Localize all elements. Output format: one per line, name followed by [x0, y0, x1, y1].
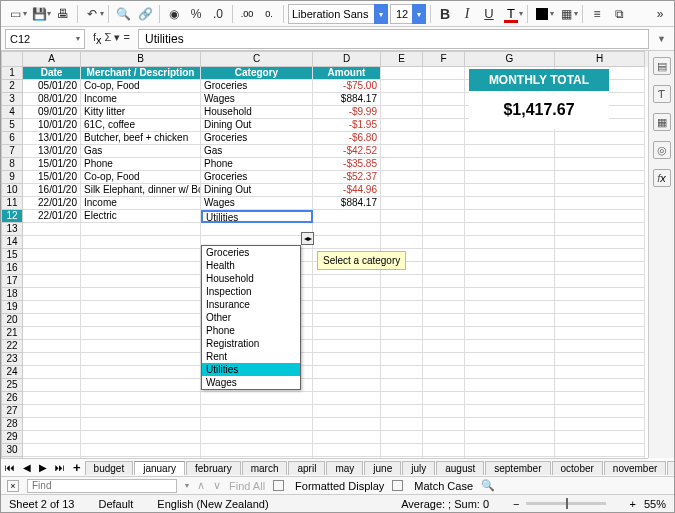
tab-add-icon[interactable]: +: [69, 460, 85, 475]
tab-next-icon[interactable]: ▶: [35, 462, 51, 473]
merge-icon[interactable]: ⧉: [609, 4, 629, 24]
row-header[interactable]: 2: [1, 80, 23, 93]
sheet-tab-january[interactable]: january: [134, 461, 185, 475]
row-header[interactable]: 29: [1, 431, 23, 444]
cell-amount[interactable]: -$52.37: [313, 171, 381, 184]
row-header[interactable]: 11: [1, 197, 23, 210]
cell-amount[interactable]: [313, 210, 381, 223]
row-header[interactable]: 20: [1, 314, 23, 327]
dropdown-item[interactable]: Inspection: [202, 285, 300, 298]
row-header[interactable]: 24: [1, 366, 23, 379]
cell-date[interactable]: 22/01/20: [23, 210, 81, 223]
row-header[interactable]: 27: [1, 405, 23, 418]
row-header[interactable]: 17: [1, 275, 23, 288]
row-header[interactable]: 25: [1, 379, 23, 392]
dropdown-item[interactable]: Phone: [202, 324, 300, 337]
italic-icon[interactable]: I: [457, 4, 477, 24]
cell-date[interactable]: 05/01/20: [23, 80, 81, 93]
find-all-button[interactable]: Find All: [229, 480, 265, 492]
cell-merchant[interactable]: 61C, coffee: [81, 119, 201, 132]
cell-merchant[interactable]: Butcher, beef + chicken: [81, 132, 201, 145]
cell-date[interactable]: 16/01/20: [23, 184, 81, 197]
zoom-slider[interactable]: [526, 502, 606, 505]
cell-category[interactable]: Household: [201, 106, 313, 119]
col-header[interactable]: B: [81, 51, 201, 67]
font-size-select[interactable]: [390, 4, 414, 24]
dec-inc-icon[interactable]: .00: [237, 4, 257, 24]
sheet-tab-november[interactable]: november: [604, 461, 666, 475]
category-dropdown[interactable]: GroceriesHealthHouseholdInspectionInsura…: [201, 245, 301, 390]
sheet-tab-june[interactable]: june: [364, 461, 401, 475]
cell-date[interactable]: 13/01/20: [23, 132, 81, 145]
sheet-tab-april[interactable]: april: [288, 461, 325, 475]
row-header[interactable]: 28: [1, 418, 23, 431]
row-header[interactable]: 22: [1, 340, 23, 353]
fill-color-icon[interactable]: [532, 4, 552, 24]
search-icon[interactable]: 🔍: [113, 4, 133, 24]
gallery-icon[interactable]: ▦: [653, 113, 671, 131]
navigator-icon[interactable]: ◎: [653, 141, 671, 159]
cell-merchant[interactable]: Gas: [81, 145, 201, 158]
cell-amount[interactable]: -$42.52: [313, 145, 381, 158]
row-header[interactable]: 13: [1, 223, 23, 236]
cell-merchant[interactable]: Income: [81, 93, 201, 106]
sheet-tab-february[interactable]: february: [186, 461, 241, 475]
formatted-checkbox[interactable]: [273, 480, 284, 491]
col-header[interactable]: E: [381, 51, 423, 67]
cell-merchant[interactable]: Income: [81, 197, 201, 210]
row-header[interactable]: 14: [1, 236, 23, 249]
row-header[interactable]: 9: [1, 171, 23, 184]
cell-merchant[interactable]: Electric: [81, 210, 201, 223]
cell-date[interactable]: 15/01/20: [23, 171, 81, 184]
matchcase-checkbox[interactable]: [392, 480, 403, 491]
cell-date[interactable]: 13/01/20: [23, 145, 81, 158]
row-header[interactable]: 8: [1, 158, 23, 171]
find-next-icon[interactable]: ∨: [213, 479, 221, 492]
row-header[interactable]: 21: [1, 327, 23, 340]
dropdown-item[interactable]: Utilities: [202, 363, 300, 376]
dropdown-item[interactable]: Groceries: [202, 246, 300, 259]
sheet-tab-august[interactable]: august: [436, 461, 484, 475]
row-header[interactable]: 16: [1, 262, 23, 275]
col-header[interactable]: A: [23, 51, 81, 67]
dropdown-item[interactable]: Insurance: [202, 298, 300, 311]
bold-icon[interactable]: B: [435, 4, 455, 24]
cell-amount[interactable]: $884.17: [313, 197, 381, 210]
font-color-icon[interactable]: T: [501, 4, 521, 24]
toggle1-icon[interactable]: ◉: [164, 4, 184, 24]
sheet-tab-decem[interactable]: decem: [667, 461, 675, 475]
properties-icon[interactable]: ▤: [653, 57, 671, 75]
language[interactable]: English (New Zealand): [157, 498, 268, 510]
cell-amount[interactable]: -$6.80: [313, 132, 381, 145]
sheet-tab-may[interactable]: may: [326, 461, 363, 475]
col-header[interactable]: D: [313, 51, 381, 67]
underline-icon[interactable]: U: [479, 4, 499, 24]
cell-category[interactable]: Groceries: [201, 80, 313, 93]
cell-category[interactable]: Wages: [201, 197, 313, 210]
align-icon[interactable]: ≡: [587, 4, 607, 24]
cell-merchant[interactable]: Co-op, Food: [81, 80, 201, 93]
col-header[interactable]: H: [555, 51, 645, 67]
row-header[interactable]: 19: [1, 301, 23, 314]
styles-icon[interactable]: Ƭ: [653, 85, 671, 103]
sheet-tab-budget[interactable]: budget: [85, 461, 134, 475]
dropdown-item[interactable]: Household: [202, 272, 300, 285]
find-prev-icon[interactable]: ∧: [197, 479, 205, 492]
zoom-in-icon[interactable]: +: [630, 498, 636, 510]
row-header[interactable]: 10: [1, 184, 23, 197]
row-header[interactable]: 5: [1, 119, 23, 132]
cell-date[interactable]: 08/01/20: [23, 93, 81, 106]
row-header[interactable]: 30: [1, 444, 23, 457]
row-header[interactable]: 4: [1, 106, 23, 119]
cell-amount[interactable]: -$35.85: [313, 158, 381, 171]
cell-amount[interactable]: -$44.96: [313, 184, 381, 197]
new-doc-icon[interactable]: ▭: [5, 4, 25, 24]
overflow-icon[interactable]: »: [650, 4, 670, 24]
dec-dec-icon[interactable]: 0.: [259, 4, 279, 24]
dropdown-item[interactable]: Rent: [202, 350, 300, 363]
cell-date[interactable]: 15/01/20: [23, 158, 81, 171]
tab-prev-icon[interactable]: ◀: [19, 462, 35, 473]
cell-date[interactable]: 09/01/20: [23, 106, 81, 119]
cell-category[interactable]: Dining Out: [201, 119, 313, 132]
cell-amount[interactable]: $884.17: [313, 93, 381, 106]
